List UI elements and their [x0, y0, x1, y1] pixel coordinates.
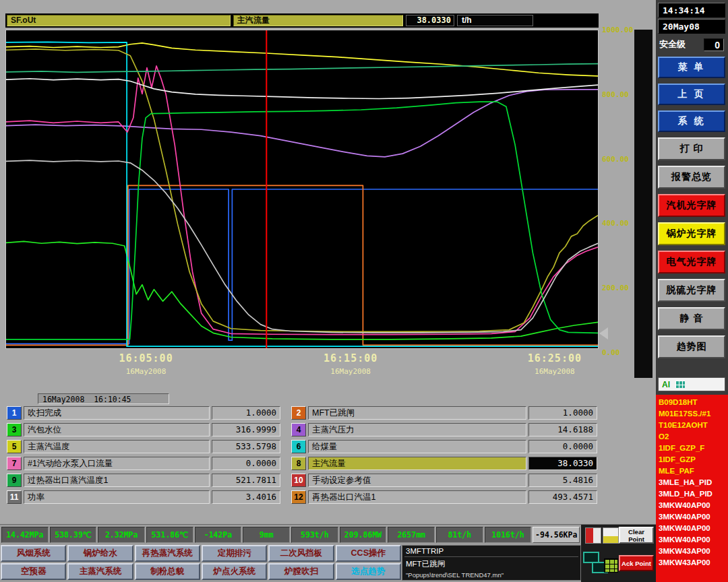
legend-pen-number: 10	[291, 474, 306, 487]
nav-button-选点趋势[interactable]: 选点趋势	[336, 563, 401, 580]
alarm-tag[interactable]: 3MLD_HA_PID	[659, 488, 725, 500]
sidebar-button-锅炉光字牌[interactable]: 锅炉光字牌	[658, 222, 725, 245]
trend-plot[interactable]	[6, 30, 598, 348]
alarm-tag-panel[interactable]: B09D18HTM01E17SS./#1T10E12AOHTO21IDF_GZP…	[656, 395, 728, 582]
selected-param-field[interactable]: 主汽流量	[233, 15, 403, 26]
nav-button-定期排污[interactable]: 定期排污	[202, 545, 267, 562]
message-path: "Popups\trend\SEL TREND47.mn"	[404, 569, 578, 579]
y-axis: 1000.00800.00600.00400.00200.000.00	[602, 26, 633, 357]
legend-row[interactable]: 5主蒸汽温度533.5798	[7, 440, 280, 453]
trend-line-10	[6, 160, 598, 333]
legend-row[interactable]: 8主汽流量38.0330	[291, 457, 597, 470]
sidebar-button-菜单[interactable]: 菜 单	[658, 57, 725, 78]
legend-value-field: 533.5798	[212, 440, 280, 453]
alarm-message-block: 3MFTTRIP MFT已跳闸 "Popups\trend\SEL TREND4…	[402, 545, 581, 581]
legend-name-field[interactable]: 吹扫完成	[24, 406, 210, 420]
nav-button-再热蒸汽系统[interactable]: 再热蒸汽系统	[135, 545, 200, 562]
date-display: 20May08	[658, 19, 725, 34]
clear-point-button[interactable]: Clear Point	[619, 527, 654, 544]
nav-button-空预器[interactable]: 空预器	[1, 563, 66, 580]
legend-column-left: 1吹扫完成1.00003汽包水位316.99995主蒸汽温度533.57987#…	[7, 406, 280, 504]
sidebar-button-报警总览[interactable]: 报警总览	[658, 166, 725, 189]
legend-row[interactable]: 7#1汽动给水泵入口流量0.0000	[7, 457, 280, 470]
legend-row[interactable]: 11功率3.4016	[7, 490, 280, 504]
alarm-tag[interactable]: 3MKW40AP00	[659, 523, 725, 534]
process-value: 538.39℃	[50, 527, 97, 543]
legend-name-field[interactable]: MFT已跳闸	[308, 406, 526, 420]
trend-line-3	[6, 241, 598, 339]
alarm-tag[interactable]: 3MKW40AP00	[659, 511, 725, 523]
alarm-tag[interactable]: O2	[659, 431, 725, 443]
trend-line-2	[6, 185, 598, 345]
grid-view-icon[interactable]	[604, 558, 618, 573]
sidebar-buttons: 菜 单上 页系 统打 印报警总览汽机光字牌锅炉光字牌电气光字牌脱硫光字牌静 音趋…	[658, 57, 725, 364]
legend-name-field[interactable]: 主汽流量	[308, 457, 526, 470]
sidebar-button-系统[interactable]: 系 统	[658, 110, 725, 132]
legend-row[interactable]: 4主蒸汽压力14.6188	[291, 423, 597, 437]
legend-row[interactable]: 2MFT已跳闸1.0000	[291, 406, 597, 420]
process-value: 209.86MW	[340, 527, 387, 543]
sidebar-button-汽机光字牌[interactable]: 汽机光字牌	[658, 194, 725, 217]
alarm-tag[interactable]: M01E17SS./#1	[659, 408, 725, 420]
alarm-tag[interactable]: 3MKW40AP00	[659, 500, 725, 511]
nav-button-二次风挡板[interactable]: 二次风挡板	[268, 545, 334, 562]
legend-name-field[interactable]: 主蒸汽压力	[308, 423, 526, 437]
legend-row[interactable]: 3汽包水位316.9999	[7, 423, 280, 437]
legend-name-field[interactable]: 手动设定参考值	[308, 474, 526, 487]
nav-button-炉膛吹扫[interactable]: 炉膛吹扫	[268, 563, 334, 580]
x-axis-tick: 16:05:0016May2008	[119, 352, 173, 376]
alarm-tag[interactable]: 1IDF_GZP	[659, 454, 725, 465]
sidebar-button-上页[interactable]: 上 页	[658, 84, 725, 105]
y-axis-label: 400.00	[602, 219, 633, 228]
legend-row[interactable]: 12再热器出口汽温1493.4571	[291, 490, 597, 504]
sidebar-button-电气光字牌[interactable]: 电气光字牌	[658, 251, 725, 273]
sidebar-button-趋势图[interactable]: 趋势图	[658, 335, 725, 358]
legend-row[interactable]: 6给煤量0.0000	[291, 440, 597, 453]
dcs-trend-screen: SF.oUt 主汽流量 38.0330 t/h 1000.00800.00600…	[0, 0, 728, 582]
alarm-tag[interactable]: T10E12AOHT	[659, 420, 725, 431]
sidebar-button-静音[interactable]: 静 音	[658, 307, 725, 330]
nav-button-制粉总貌[interactable]: 制粉总貌	[135, 563, 200, 580]
legend-pen-number: 6	[291, 440, 306, 453]
nav-button-锅炉给水[interactable]: 锅炉给水	[67, 545, 133, 562]
legend-name-field[interactable]: 主蒸汽温度	[24, 440, 210, 453]
nav-button-CCS操作[interactable]: CCS操作	[336, 545, 401, 562]
message-title: 3MFTTRIP	[404, 546, 578, 557]
nav-row-1: 风烟系统锅炉给水再热蒸汽系统定期排污二次风挡板CCS操作	[1, 545, 401, 562]
legend-pen-number: 3	[7, 423, 22, 437]
legend-name-field[interactable]: 再热器出口汽温1	[308, 490, 526, 504]
nav-button-炉点火系统[interactable]: 炉点火系统	[202, 563, 267, 580]
legend-name-field[interactable]: 给煤量	[308, 440, 526, 453]
alarm-tag[interactable]: B09D18HT	[659, 397, 725, 408]
alarm-indicator-bar[interactable]: Al	[658, 377, 725, 391]
sidebar-button-脱硫光字牌[interactable]: 脱硫光字牌	[658, 279, 725, 302]
alarm-tag[interactable]: 3MKW43AP00	[659, 557, 725, 569]
layout-toggle-icon[interactable]	[603, 527, 619, 544]
sidebar-button-打印[interactable]: 打 印	[658, 137, 725, 160]
legend-name-field[interactable]: 功率	[24, 490, 210, 504]
tag-field[interactable]: SF.oUt	[7, 15, 231, 26]
alarm-tag[interactable]: 3MKW40AP00	[659, 534, 725, 546]
chart-scrollbar[interactable]	[634, 30, 653, 378]
legend-row[interactable]: 10手动设定参考值5.4816	[291, 474, 597, 487]
legend-row[interactable]: 1吹扫完成1.0000	[7, 406, 280, 420]
process-value: 2657mm	[388, 527, 435, 543]
trend-chart[interactable]	[5, 30, 599, 349]
alarm-tag[interactable]: 1IDF_GZP_F	[659, 443, 725, 454]
nav-button-主蒸汽系统[interactable]: 主蒸汽系统	[67, 563, 133, 580]
panel-toggle-icon[interactable]	[585, 527, 601, 544]
ack-point-button[interactable]: Ack Point	[619, 555, 654, 571]
legend-name-field[interactable]: #1汽动给水泵入口流量	[24, 457, 210, 470]
legend-value-field: 0.0000	[528, 440, 597, 453]
alarm-tag[interactable]: 3MKW43AP00	[659, 546, 725, 557]
x-tick-time: 16:15:00	[324, 352, 377, 364]
legend-name-field[interactable]: 过热器出口蒸汽温度1	[24, 474, 210, 487]
alarm-tag[interactable]: MLE_PAF	[659, 465, 725, 477]
alarm-tag[interactable]: 3MLE_HA_PID	[659, 477, 725, 488]
legend-name-field[interactable]: 汽包水位	[24, 423, 210, 437]
legend-value-field: 0.0000	[212, 457, 280, 470]
legend-value-field: 1.0000	[212, 406, 280, 420]
legend-value-field: 493.4571	[528, 490, 597, 504]
nav-button-风烟系统[interactable]: 风烟系统	[1, 545, 66, 562]
legend-row[interactable]: 9过热器出口蒸汽温度1521.7811	[7, 474, 280, 487]
